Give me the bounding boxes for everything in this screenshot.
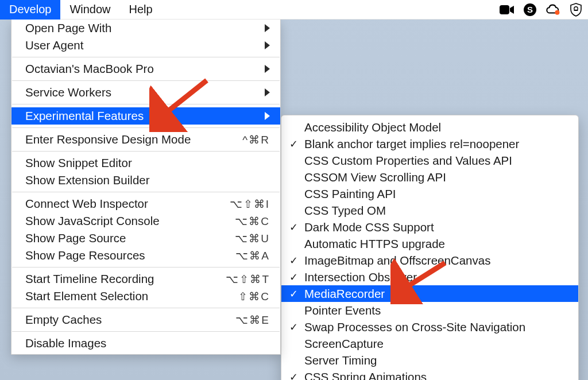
submenu-item-label: CSSOM View Scrolling API [304, 170, 446, 184]
checkmark-icon: ✓ [289, 255, 298, 266]
menu-shortcut: ^⌘R [242, 133, 270, 146]
menu-separator [12, 331, 280, 332]
menu-item-label: Open Page With [25, 21, 111, 35]
submenu-item-pointer-events[interactable]: Pointer Events [281, 302, 578, 319]
develop-menu: Open Page With User Agent Octavian's Mac… [11, 20, 281, 355]
checkmark-icon: ✓ [289, 289, 298, 299]
svg-text:S: S [527, 5, 533, 14]
menu-item-page-resources[interactable]: Show Page Resources ⌥⌘A [11, 247, 280, 264]
menu-item-label: Experimental Features [25, 109, 144, 123]
submenu-item-label: Accessibility Object Model [304, 121, 441, 134]
menu-shortcut: ⌥⌘U [235, 232, 270, 245]
menu-item-extension-builder[interactable]: Show Extension Builder [11, 172, 280, 189]
chevron-right-icon [265, 62, 270, 76]
menu-separator [12, 151, 280, 152]
shield-icon[interactable] [568, 2, 583, 17]
menubar: Develop Window Help S [0, 0, 588, 20]
menu-item-label: Show Page Resources [25, 249, 145, 262]
svg-point-3 [555, 10, 559, 15]
menu-separator [12, 127, 280, 128]
experimental-features-submenu: Accessibility Object Model ✓ Blank ancho… [281, 115, 579, 380]
submenu-item-css-typed-om[interactable]: CSS Typed OM [281, 202, 578, 219]
menu-item-label: Connect Web Inspector [25, 197, 148, 211]
submenu-item-label: CSS Typed OM [304, 204, 386, 218]
submenu-item-label: Swap Processes on Cross-Site Navigation [304, 320, 525, 334]
menu-item-snippet-editor[interactable]: Show Snippet Editor [11, 154, 280, 172]
menu-item-user-agent[interactable]: User Agent [11, 37, 280, 54]
submenu-item-label: CSS Custom Properties and Values API [304, 154, 512, 168]
checkmark-icon: ✓ [289, 139, 298, 149]
menu-item-open-page-with[interactable]: Open Page With [11, 20, 280, 37]
submenu-item-css-spring[interactable]: ✓ CSS Spring Animations [281, 369, 578, 380]
chevron-right-icon [265, 21, 270, 35]
submenu-item-imagebitmap[interactable]: ✓ ImageBitmap and OffscreenCanvas [281, 252, 578, 269]
facetime-icon[interactable] [500, 2, 514, 17]
chevron-right-icon [265, 86, 270, 99]
svg-rect-0 [500, 5, 509, 14]
menu-item-device[interactable]: Octavian's MacBook Pro [11, 60, 280, 77]
menu-item-label: Empty Caches [25, 313, 102, 327]
submenu-item-dark-mode-css[interactable]: ✓ Dark Mode CSS Support [281, 219, 578, 235]
menu-item-responsive-design[interactable]: Enter Responsive Design Mode ^⌘R [11, 131, 280, 148]
chevron-right-icon [265, 109, 270, 123]
chevron-right-icon [265, 38, 270, 52]
submenu-item-css-custom-properties[interactable]: CSS Custom Properties and Values API [281, 152, 578, 169]
menu-item-label: Octavian's MacBook Pro [25, 62, 154, 76]
submenu-item-label: Blank anchor target implies rel=noopener [304, 137, 519, 151]
submenu-item-mediarecorder[interactable]: ✓ MediaRecorder [281, 285, 578, 302]
menu-item-label: Show JavaScript Console [25, 214, 160, 228]
submenu-item-label: CSS Spring Animations [304, 370, 427, 381]
submenu-item-label: Intersection Observer [304, 270, 417, 284]
menu-shortcut: ⌥⌘E [235, 313, 270, 327]
menu-separator [12, 192, 280, 192]
skype-icon[interactable]: S [523, 2, 537, 17]
menu-item-label: Show Extension Builder [25, 173, 150, 187]
menu-item-timeline-recording[interactable]: Start Timeline Recording ⌥⇧⌘T [11, 270, 280, 288]
menu-shortcut: ⌥⇧⌘I [230, 197, 270, 211]
menu-item-element-selection[interactable]: Start Element Selection ⇧⌘C [11, 288, 280, 305]
menu-shortcut: ⇧⌘C [238, 290, 270, 303]
submenu-item-label: MediaRecorder [304, 287, 385, 301]
checkmark-icon: ✓ [289, 272, 298, 282]
submenu-item-swap-processes[interactable]: ✓ Swap Processes on Cross-Site Navigatio… [281, 319, 578, 335]
menu-separator [12, 80, 280, 81]
submenu-item-cssom-view-scrolling[interactable]: CSSOM View Scrolling API [281, 169, 578, 185]
submenu-item-intersection-observer[interactable]: ✓ Intersection Observer [281, 269, 578, 285]
menu-item-disable-images[interactable]: Disable Images [11, 335, 280, 352]
checkmark-icon: ✓ [289, 222, 298, 232]
menu-item-label: Disable Images [25, 336, 106, 350]
menu-item-label: Service Workers [25, 86, 111, 99]
submenu-item-label: Pointer Events [304, 304, 381, 317]
menu-separator [12, 267, 280, 267]
menu-shortcut: ⌥⇧⌘T [226, 273, 270, 286]
menubar-item-develop[interactable]: Develop [0, 0, 60, 20]
menu-item-label: Show Snippet Editor [25, 156, 132, 170]
menubar-item-label: Help [129, 3, 153, 16]
menu-item-js-console[interactable]: Show JavaScript Console ⌥⌘C [11, 212, 280, 230]
submenu-item-css-painting[interactable]: CSS Painting API [281, 185, 578, 202]
submenu-item-label: Server Timing [304, 354, 377, 367]
submenu-item-label: ImageBitmap and OffscreenCanvas [304, 254, 490, 267]
menu-separator [12, 308, 280, 308]
menu-shortcut: ⌥⌘A [235, 249, 270, 262]
menu-item-label: Enter Responsive Design Mode [25, 133, 191, 146]
menu-separator [12, 57, 280, 57]
menu-item-experimental-features[interactable]: Experimental Features [11, 107, 280, 125]
menu-item-page-source[interactable]: Show Page Source ⌥⌘U [11, 230, 280, 247]
submenu-item-label: Automatic HTTPS upgrade [304, 237, 445, 251]
menubar-item-help[interactable]: Help [120, 0, 162, 20]
menu-separator [12, 104, 280, 104]
submenu-item-blank-anchor[interactable]: ✓ Blank anchor target implies rel=noopen… [281, 135, 578, 152]
menu-shortcut: ⌥⌘C [235, 215, 270, 228]
submenu-item-server-timing[interactable]: Server Timing [281, 352, 578, 369]
submenu-item-screencapture[interactable]: ScreenCapture [281, 335, 578, 352]
menu-item-empty-caches[interactable]: Empty Caches ⌥⌘E [11, 311, 280, 328]
cloud-status-icon[interactable] [546, 2, 560, 17]
submenu-item-label: ScreenCapture [304, 337, 384, 351]
menu-item-service-workers[interactable]: Service Workers [11, 84, 280, 101]
submenu-item-https-upgrade[interactable]: Automatic HTTPS upgrade [281, 235, 578, 252]
menubar-item-window[interactable]: Window [60, 0, 119, 20]
menu-item-web-inspector[interactable]: Connect Web Inspector ⌥⇧⌘I [11, 195, 280, 212]
checkmark-icon: ✓ [289, 322, 298, 332]
submenu-item-accessibility-object-model[interactable]: Accessibility Object Model [281, 119, 578, 135]
